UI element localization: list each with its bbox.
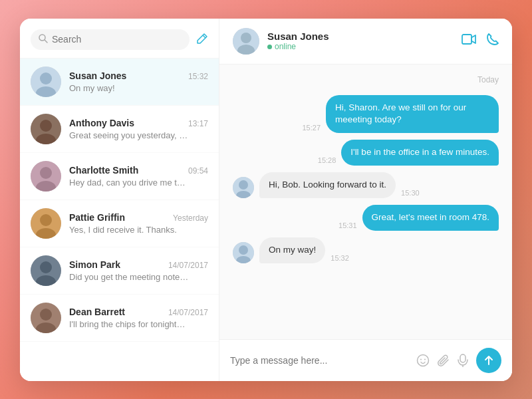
chat-header-info: Susan Jones online (267, 31, 454, 51)
contact-name: Simon Park (69, 259, 120, 270)
message-bubble: Great, let's meet in room 478. (362, 205, 499, 231)
app-container: Susan Jones 15:32 On my way! Anthony Dav… (20, 19, 512, 381)
chat-contact-name: Susan Jones (267, 31, 454, 42)
avatar (233, 28, 259, 55)
contact-time: 14/07/2017 (168, 261, 208, 270)
compose-button[interactable] (195, 33, 208, 46)
chat-header: Susan Jones online (219, 19, 512, 65)
avatar (31, 303, 61, 333)
svg-rect-23 (462, 35, 471, 44)
avatar (31, 255, 61, 286)
svg-point-32 (424, 358, 426, 360)
chat-messages: Today 15:27 Hi, Sharon. Are we still on … (219, 65, 512, 339)
contact-preview: I'll bring the chips for tonights game. (69, 319, 189, 329)
contact-preview: Did you get the meeting notes from earli… (69, 272, 189, 282)
contact-time: 13:17 (188, 119, 208, 128)
status-dot (267, 45, 272, 49)
contact-info: Susan Jones 15:32 On my way! (69, 70, 208, 93)
svg-point-9 (40, 167, 52, 179)
svg-line-1 (45, 40, 47, 43)
message-row-msg1: 15:27 Hi, Sharon. Are we still on for ou… (233, 95, 499, 134)
message-avatar (233, 242, 254, 263)
chat-header-actions (462, 33, 499, 49)
contact-info: Charlotte Smith 09:54 Hey dad, can you d… (69, 165, 208, 188)
contact-name: Dean Barrett (69, 307, 125, 317)
contact-preview: Yes, I did receive it. Thanks. (69, 225, 189, 235)
message-bubble: Hi, Bob. Looking forward to it. (259, 172, 396, 198)
message-time: 15:27 (302, 124, 321, 132)
contact-info: Pattie Griffin Yesterday Yes, I did rece… (69, 212, 208, 235)
contact-item-susan-jones[interactable]: Susan Jones 15:32 On my way! (20, 59, 219, 106)
avatar (31, 114, 61, 144)
message-bubble: On my way! (259, 237, 325, 263)
contacts-list: Susan Jones 15:32 On my way! Anthony Dav… (20, 59, 219, 381)
svg-point-6 (40, 120, 52, 132)
svg-point-18 (40, 309, 52, 321)
message-row-msg4: 15:31 Great, let's meet in room 478. (233, 205, 499, 231)
contact-preview: On my way! (69, 83, 189, 93)
contact-info: Simon Park 14/07/2017 Did you get the me… (69, 259, 208, 282)
svg-point-31 (420, 358, 422, 360)
message-avatar (233, 177, 254, 198)
emoji-button[interactable] (416, 354, 430, 367)
contact-preview: Hey dad, can you drive me to practice to… (69, 178, 189, 188)
avatar (31, 208, 61, 239)
video-call-button[interactable] (462, 34, 476, 48)
message-time: 15:32 (331, 254, 349, 262)
contact-item-pattie-griffin[interactable]: Pattie Griffin Yesterday Yes, I did rece… (20, 200, 219, 247)
status-text: online (275, 42, 296, 51)
search-input[interactable] (52, 34, 182, 45)
contact-item-dean-barrett[interactable]: Dean Barrett 14/07/2017 I'll bring the c… (20, 295, 219, 342)
chat-status: online (267, 42, 454, 51)
svg-rect-33 (460, 354, 466, 362)
contact-time: Yesterday (173, 213, 208, 223)
contact-name: Pattie Griffin (69, 212, 125, 223)
sidebar-header (20, 19, 219, 59)
message-row-msg3: Hi, Bob. Looking forward to it. 15:30 (233, 172, 499, 198)
voice-button[interactable] (458, 354, 468, 367)
svg-point-3 (40, 72, 52, 84)
phone-call-button[interactable] (487, 33, 499, 49)
chat-input-area (219, 339, 512, 381)
contact-info: Dean Barrett 14/07/2017 I'll bring the c… (69, 307, 208, 329)
svg-point-12 (40, 214, 52, 226)
contact-time: 14/07/2017 (168, 308, 208, 317)
contact-time: 09:54 (188, 166, 208, 176)
message-bubble: Hi, Sharon. Are we still on for our meee… (326, 95, 499, 134)
contact-info: Anthony Davis 13:17 Great seeing you yes… (69, 118, 208, 140)
avatar (31, 161, 61, 192)
svg-point-28 (239, 245, 248, 255)
contact-preview: Great seeing you yesterday, catch up aga… (69, 130, 189, 140)
search-box[interactable] (31, 29, 190, 50)
chat-panel: Susan Jones online (219, 19, 512, 381)
message-row-msg5: On my way! 15:32 (233, 237, 499, 263)
message-time: 15:30 (401, 189, 420, 197)
contact-item-simon-park[interactable]: Simon Park 14/07/2017 Did you get the me… (20, 247, 219, 295)
svg-point-21 (241, 33, 251, 43)
sidebar: Susan Jones 15:32 On my way! Anthony Dav… (20, 19, 219, 381)
contact-item-charlotte-smith[interactable]: Charlotte Smith 09:54 Hey dad, can you d… (20, 153, 219, 200)
contact-name: Charlotte Smith (69, 165, 138, 176)
svg-point-15 (40, 261, 52, 273)
contact-item-anthony-davis[interactable]: Anthony Davis 13:17 Great seeing you yes… (20, 106, 219, 153)
svg-point-30 (418, 354, 429, 366)
date-divider: Today (233, 75, 499, 84)
attachment-button[interactable] (438, 354, 450, 367)
contact-name: Anthony Davis (69, 118, 134, 128)
search-icon (39, 34, 48, 45)
message-time: 15:31 (338, 221, 357, 229)
message-time: 15:28 (318, 156, 336, 164)
contact-time: 15:32 (188, 72, 208, 81)
message-bubble: I'll be in the office in a few minutes. (341, 140, 499, 166)
contact-name: Susan Jones (69, 70, 126, 81)
avatar (31, 66, 61, 97)
svg-point-25 (239, 180, 248, 190)
message-input[interactable] (230, 355, 408, 366)
send-button[interactable] (476, 348, 501, 373)
message-row-msg2: 15:28 I'll be in the office in a few min… (233, 140, 499, 166)
